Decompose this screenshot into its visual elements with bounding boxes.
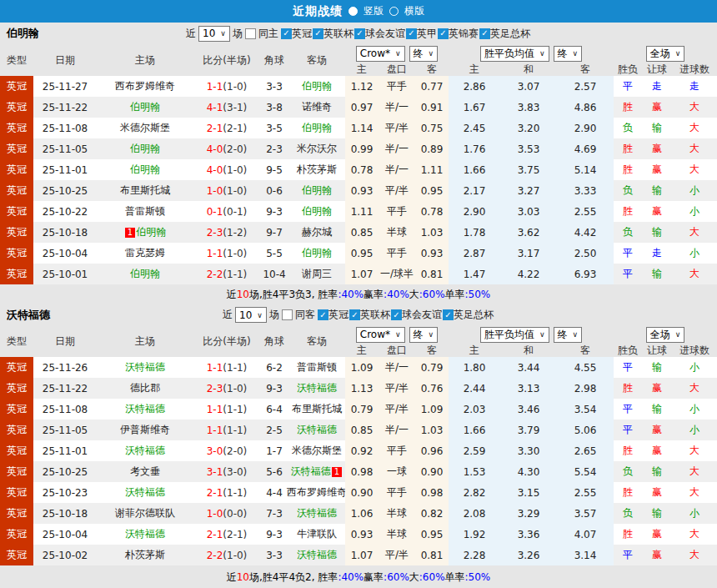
league-filter[interactable]: ✓ 球会友谊 (391, 308, 442, 322)
league-checkbox[interactable]: ✓ (281, 28, 292, 39)
asian-handicap-line: 平/半 (379, 378, 415, 399)
home-team-name[interactable]: 伯明翰 (130, 267, 160, 281)
match-type-badge[interactable]: 英冠 (0, 159, 33, 180)
avg-odds-select[interactable]: 胜平负均值∨ (480, 327, 549, 343)
home-team-name[interactable]: 伯明翰 (130, 163, 160, 177)
avg-odds-select[interactable]: 胜平负均值∨ (480, 46, 549, 62)
away-team-name[interactable]: 米尔沃尔 (297, 142, 337, 156)
horizontal-layout-label[interactable]: 横版 (404, 4, 424, 18)
league-filter[interactable]: ✓ 英冠 (281, 27, 312, 41)
league-filter[interactable]: ✓ 英联杯 (349, 308, 390, 322)
league-filter[interactable]: ✓ 英足总杯 (443, 308, 494, 322)
league-checkbox[interactable]: ✓ (443, 309, 454, 320)
league-filter[interactable]: ✓ 英锦赛 (438, 27, 479, 41)
horizontal-layout-radio[interactable] (389, 7, 399, 16)
avg-final-select[interactable]: 终∨ (554, 327, 583, 343)
match-type-badge[interactable]: 英冠 (0, 201, 33, 222)
away-team-name[interactable]: 沃特福德 (291, 465, 331, 479)
vertical-layout-radio[interactable] (348, 7, 358, 16)
away-team-name[interactable]: 诺维奇 (302, 100, 332, 114)
home-team-name[interactable]: 雷克瑟姆 (125, 246, 165, 260)
away-team-name[interactable]: 谢周三 (302, 267, 332, 281)
league-filter[interactable]: ✓ 英甲 (406, 27, 437, 41)
match-type-badge[interactable]: 英冠 (0, 264, 33, 284)
home-team-name[interactable]: 普雷斯顿 (125, 204, 165, 219)
home-team-name[interactable]: 伯明翰 (130, 142, 160, 156)
match-count-select[interactable]: 10∨ (198, 26, 230, 42)
match-type-badge[interactable]: 英冠 (0, 524, 33, 545)
away-team-name[interactable]: 伯明翰 (302, 204, 332, 219)
away-team-name[interactable]: 米德尔斯堡 (292, 444, 342, 458)
away-team-name[interactable]: 伯明翰 (302, 121, 332, 135)
odds-final-select[interactable]: 终∨ (409, 46, 439, 62)
euro-odds-draw: 3.62 (500, 222, 557, 243)
home-team-name[interactable]: 谢菲尔德联队 (115, 506, 175, 520)
league-checkbox[interactable]: ✓ (318, 309, 328, 320)
league-checkbox[interactable]: ✓ (313, 28, 323, 39)
league-filter[interactable]: ✓ 英联杯 (313, 27, 353, 41)
match-type-badge[interactable]: 英冠 (0, 440, 33, 461)
match-type-badge[interactable]: 英冠 (0, 357, 33, 378)
away-team-name[interactable]: 沃特福德 (297, 506, 337, 520)
match-type-badge[interactable]: 英冠 (0, 118, 33, 138)
home-team-name[interactable]: 米德尔斯堡 (120, 121, 170, 135)
match-type-badge[interactable]: 英冠 (0, 420, 33, 440)
match-type-badge[interactable]: 英冠 (0, 180, 33, 201)
match-type-badge[interactable]: 英冠 (0, 503, 33, 524)
match-type-badge[interactable]: 英冠 (0, 482, 33, 503)
league-checkbox[interactable]: ✓ (349, 309, 360, 320)
away-team-name[interactable]: 伯明翰 (302, 246, 332, 260)
match-type-badge[interactable]: 英冠 (0, 378, 33, 399)
match-type-badge[interactable]: 英冠 (0, 222, 33, 243)
league-checkbox[interactable]: ✓ (479, 28, 490, 39)
home-team-name[interactable]: 德比郡 (130, 381, 160, 395)
home-team-name[interactable]: 考文垂 (130, 465, 160, 479)
league-checkbox[interactable]: ✓ (438, 28, 449, 39)
scope-select[interactable]: 全场∨ (646, 327, 685, 343)
odds-source-select[interactable]: Crow*∨ (356, 46, 405, 62)
league-checkbox[interactable]: ✓ (406, 28, 417, 39)
league-checkbox[interactable]: ✓ (391, 309, 402, 320)
league-checkbox[interactable]: ✓ (354, 28, 365, 39)
match-type-badge[interactable]: 英冠 (0, 545, 33, 565)
away-team-name[interactable]: 赫尔城 (302, 225, 332, 239)
home-team-name[interactable]: 伊普斯维奇 (120, 423, 170, 437)
same-venue-checkbox[interactable] (245, 28, 256, 39)
away-team-name[interactable]: 普雷斯顿 (297, 360, 337, 374)
home-team-name[interactable]: 伯明翰 (130, 100, 160, 114)
home-team-name[interactable]: 朴茨茅斯 (125, 548, 165, 562)
away-team-name[interactable]: 布里斯托城 (292, 402, 342, 416)
odds-source-select[interactable]: Crow*∨ (356, 327, 405, 343)
home-team-name[interactable]: 沃特福德 (125, 485, 165, 500)
away-team-name[interactable]: 沃特福德 (297, 381, 337, 395)
away-team-name[interactable]: 西布罗姆维奇 (287, 485, 347, 500)
match-count-select[interactable]: 10∨ (235, 307, 267, 323)
home-team-name[interactable]: 伯明翰 (136, 225, 166, 239)
home-team-name[interactable]: 沃特福德 (125, 527, 165, 541)
same-venue-checkbox[interactable] (282, 309, 293, 320)
match-type-badge[interactable]: 英冠 (0, 138, 33, 159)
away-team-name[interactable]: 朴茨茅斯 (297, 163, 337, 177)
vertical-layout-label[interactable]: 竖版 (364, 4, 384, 18)
match-type-badge[interactable]: 英冠 (0, 76, 33, 97)
home-team-name[interactable]: 布里斯托城 (120, 183, 170, 198)
avg-final-select[interactable]: 终∨ (554, 46, 583, 62)
match-type-badge[interactable]: 英冠 (0, 97, 33, 118)
away-team-name[interactable]: 牛津联队 (297, 527, 337, 541)
scope-select[interactable]: 全场∨ (646, 46, 685, 62)
home-team-name[interactable]: 沃特福德 (125, 402, 165, 416)
match-type-badge[interactable]: 英冠 (0, 243, 33, 264)
away-team-name[interactable]: 沃特福德 (297, 423, 337, 437)
league-filter[interactable]: ✓ 球会友谊 (354, 27, 405, 41)
home-team-name[interactable]: 西布罗姆维奇 (115, 79, 175, 93)
match-type-badge[interactable]: 英冠 (0, 461, 33, 482)
league-filter[interactable]: ✓ 英冠 (318, 308, 348, 322)
away-team-name[interactable]: 伯明翰 (302, 79, 332, 93)
away-team-name[interactable]: 沃特福德 (297, 548, 337, 562)
odds-final-select[interactable]: 终∨ (409, 327, 439, 343)
league-filter[interactable]: ✓ 英足总杯 (479, 27, 530, 41)
home-team-name[interactable]: 沃特福德 (125, 444, 165, 458)
match-type-badge[interactable]: 英冠 (0, 399, 33, 420)
away-team-name[interactable]: 伯明翰 (302, 183, 332, 198)
home-team-name[interactable]: 沃特福德 (125, 360, 165, 374)
